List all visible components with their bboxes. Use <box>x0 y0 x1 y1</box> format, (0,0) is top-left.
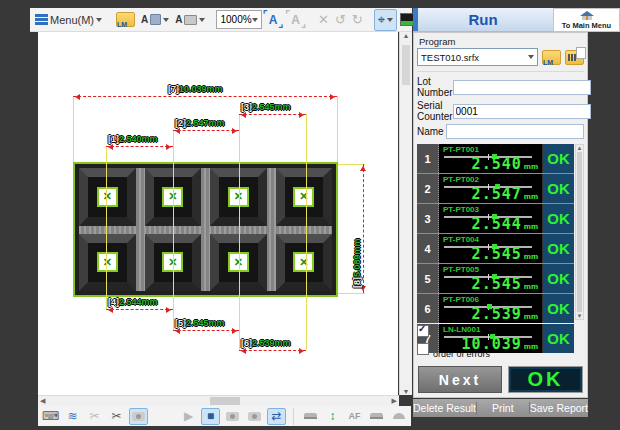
image-icon <box>132 412 145 421</box>
dimension-line-3: [3]2.545mm <box>239 114 306 115</box>
home-icon <box>580 11 594 20</box>
image-view-button[interactable] <box>129 408 148 425</box>
stage-move-button[interactable]: ↕ <box>323 408 342 425</box>
checkbox-icon[interactable] <box>417 325 429 337</box>
scroll-up-icon[interactable]: ▲ <box>403 32 410 39</box>
result-row[interactable]: 2 PT-PT002 2.547 mm OK <box>417 174 574 203</box>
save-report-button[interactable]: Save Report <box>530 402 588 414</box>
scroll-right-icon[interactable]: ▶ <box>392 397 397 405</box>
ring-light-button[interactable] <box>301 408 320 425</box>
chevron-down-icon <box>387 18 393 25</box>
redo-button[interactable]: ↻ <box>349 10 366 30</box>
serial-counter-input[interactable] <box>453 104 591 119</box>
contact-pad: ✕ <box>293 187 314 207</box>
lot-number-input[interactable] <box>453 80 591 95</box>
position-adjust-button[interactable]: ⌖ <box>374 9 397 31</box>
stage-light-button[interactable] <box>367 408 386 425</box>
dimension-line-1: [1]2.540mm <box>106 146 173 147</box>
x-marker: ✕ <box>103 257 112 268</box>
stage-light-icon <box>370 413 383 419</box>
zoom-actual-button[interactable]: A <box>284 10 307 30</box>
trigger-capture-button[interactable] <box>223 408 242 425</box>
status-badge: OK <box>542 144 574 173</box>
scroll-down-icon[interactable]: ▼ <box>403 388 410 395</box>
result-row[interactable]: 3 PT-PT003 2.544 mm OK <box>417 204 574 233</box>
dome-light-icon <box>393 413 405 419</box>
serial-counter-row: Serial Counter <box>417 100 584 122</box>
result-measure: PT-PT003 2.544 mm <box>439 204 542 233</box>
dimension-line-4: [4]2.544mm <box>106 309 173 310</box>
lot-number-row: Lot Number <box>417 76 584 98</box>
dimension-line-8: [8]5.089mm <box>363 164 364 293</box>
load-program-button[interactable]: LM <box>542 50 561 65</box>
play-icon: ▶ <box>184 409 193 423</box>
layers-button[interactable]: ≋ <box>63 408 82 425</box>
autofocus-button[interactable]: AF <box>345 408 364 425</box>
result-row[interactable]: 7 LN-LN001 10.039 mm OK <box>417 324 574 353</box>
delete-button[interactable]: ✕ <box>315 10 332 30</box>
result-number: 6 <box>417 294 439 323</box>
program-select[interactable]: TEST010.srfx <box>417 48 538 66</box>
keyboard-button[interactable]: ⌨ <box>41 408 60 425</box>
program-copy-button[interactable] <box>565 50 584 65</box>
print-button[interactable]: Print <box>477 402 529 414</box>
live-measure-button[interactable]: ⇄ <box>267 408 286 425</box>
open-program-button[interactable]: LM <box>113 10 138 30</box>
checkbox-icon[interactable] <box>417 343 429 355</box>
results-area: 1 PT-PT001 2.540 mm OK 2 PT-PT002 2.547 … <box>417 144 584 320</box>
scroll-left-icon[interactable]: ◀ <box>40 397 45 405</box>
chevron-down-icon <box>96 18 102 25</box>
trigger-capture-2-button[interactable] <box>245 408 264 425</box>
image-canvas[interactable]: ✕✕✕✕✕✕✕✕ [1]2.540mm [2]2.547mm [3]2.545m… <box>38 32 398 395</box>
next-button[interactable]: Next <box>418 366 502 393</box>
printer-icon <box>184 15 197 25</box>
stop-button[interactable]: ■ <box>201 408 220 425</box>
measured-value: 2.545 mm <box>472 245 538 263</box>
program-label: Program <box>419 36 584 47</box>
scrollbar-thumb[interactable] <box>402 45 410 85</box>
x-marker: ✕ <box>103 191 112 202</box>
save-image-button[interactable]: A <box>138 10 172 30</box>
overall-judgement: OK <box>508 366 583 393</box>
to-main-menu-button[interactable]: To Main Menu <box>553 8 620 32</box>
result-row[interactable]: 4 PT-PT004 2.545 mm OK <box>417 234 574 263</box>
measurement-label: PT-PT001 <box>443 145 479 154</box>
measured-value: 2.540 mm <box>472 155 538 173</box>
status-badge: OK <box>542 234 574 263</box>
results-scrollbar[interactable]: ▲ ▼ <box>575 144 584 320</box>
top-toolbar: Menu(M) LM A A 1000% A A ✕ ↺ ↻ ⌖ 1.00 <box>30 8 412 32</box>
scroll-up-icon[interactable]: ▲ <box>577 145 583 151</box>
layers-icon: ≋ <box>67 409 77 423</box>
ring-light-icon <box>304 413 317 419</box>
measured-value: 10.039 mm <box>462 335 538 353</box>
result-measure: PT-PT001 2.540 mm <box>439 144 542 173</box>
measured-value: 2.539 mm <box>472 305 538 323</box>
print-image-button[interactable]: A <box>172 10 208 30</box>
camera-icon <box>226 412 239 421</box>
result-number: 5 <box>417 264 439 293</box>
cavity: ✕ <box>79 234 136 292</box>
scroll-down-icon[interactable]: ▼ <box>577 313 583 319</box>
result-row[interactable]: 6 PT-PT006 2.539 mm OK <box>417 294 574 323</box>
arrows-icon: ⇄ <box>271 409 281 423</box>
program-row: TEST010.srfx LM <box>417 48 584 66</box>
result-row[interactable]: 5 PT-PT005 2.545 mm OK <box>417 264 574 293</box>
scrollbar-thumb[interactable] <box>210 397 240 405</box>
result-row[interactable]: 1 PT-PT001 2.540 mm OK <box>417 144 574 173</box>
menu-button[interactable]: Menu(M) <box>32 10 105 30</box>
af-label: AF <box>349 411 361 421</box>
play-button[interactable]: ▶ <box>179 408 198 425</box>
scrollbar-thumb[interactable] <box>577 152 582 312</box>
zoom-select[interactable]: 1000% <box>216 10 261 29</box>
status-badge: OK <box>542 264 574 293</box>
name-input[interactable] <box>446 124 584 139</box>
zoom-value: 1000% <box>220 14 251 25</box>
undo-button[interactable]: ↺ <box>332 10 349 30</box>
canvas-vertical-scrollbar[interactable]: ▲ ▼ <box>399 32 412 395</box>
trim-disabled-button[interactable]: ✂ <box>85 408 104 425</box>
dome-light-button[interactable] <box>389 408 408 425</box>
zoom-fit-button[interactable]: A <box>262 10 285 30</box>
delete-result-button[interactable]: Delete Result <box>413 402 476 414</box>
trim-button[interactable]: ✂ <box>107 408 126 425</box>
result-number: 1 <box>417 144 439 173</box>
